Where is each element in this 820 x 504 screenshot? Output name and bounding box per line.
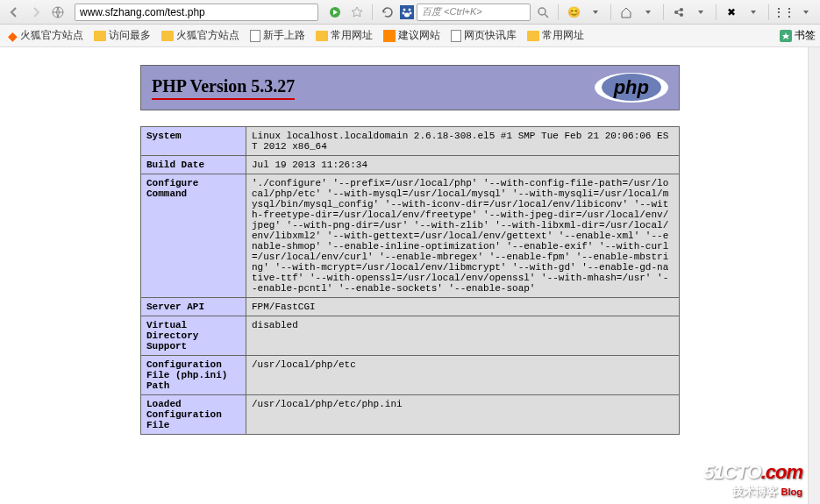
svg-rect-2 [400, 5, 414, 19]
separator [372, 4, 373, 20]
grip-icon[interactable]: ⋮⋮ [774, 4, 794, 21]
folder-icon [316, 31, 328, 41]
folder-icon [94, 31, 106, 41]
search-button[interactable] [533, 4, 553, 21]
svg-point-8 [538, 8, 545, 15]
page-icon [451, 30, 461, 42]
dropdown-icon[interactable] [586, 4, 605, 21]
php-logo: php [595, 73, 668, 103]
emoji-icon[interactable]: 😊 [564, 4, 583, 21]
star-icon[interactable] [347, 4, 367, 21]
svg-point-4 [409, 8, 411, 11]
svg-point-3 [403, 8, 406, 11]
dropdown-icon[interactable] [638, 4, 658, 21]
page-icon [250, 30, 260, 42]
svg-point-7 [404, 12, 410, 17]
bookmark-item[interactable]: 新手上路 [246, 26, 309, 45]
bookmark-item[interactable]: 常用网址 [312, 26, 376, 45]
home-button[interactable] [617, 4, 636, 21]
bookmark-item[interactable]: 火狐官方站点 [158, 26, 243, 45]
separator [663, 4, 664, 20]
bookmark-bar: ◆火狐官方站点 访问最多 火狐官方站点 新手上路 常用网址 建议网站 网页快讯库… [0, 25, 820, 47]
php-info-table: SystemLinux localhost.localdomain 2.6.18… [140, 126, 680, 435]
php-version-title: PHP Version 5.3.27 [152, 76, 295, 100]
bookmark-star-icon [780, 30, 792, 42]
folder-icon [161, 31, 174, 41]
separator [558, 4, 559, 20]
php-header: PHP Version 5.3.27 php [140, 65, 680, 110]
orange-icon [383, 30, 396, 42]
back-button[interactable] [4, 4, 24, 21]
navigation-bar: 百度 <Ctrl+K> 😊 ✖ ⋮⋮ [0, 0, 820, 25]
table-row: SystemLinux localhost.localdomain 2.6.18… [141, 127, 680, 156]
bookmarks-menu[interactable]: 书签 [780, 28, 816, 43]
url-input[interactable] [75, 4, 318, 21]
fire-icon: ◆ [8, 29, 18, 43]
forward-button[interactable] [26, 4, 46, 21]
separator [610, 4, 611, 20]
baidu-icon [400, 5, 414, 19]
x-icon[interactable]: ✖ [722, 4, 741, 21]
table-row: Loaded Configuration File/usr/local/php/… [141, 395, 680, 435]
table-row: Build DateJul 19 2013 11:26:34 [141, 156, 680, 174]
svg-point-6 [410, 11, 412, 14]
dropdown-icon[interactable] [796, 4, 816, 21]
dropdown-icon[interactable] [691, 4, 710, 21]
go-button[interactable] [325, 4, 345, 21]
svg-point-5 [403, 11, 405, 14]
table-row: Virtual Directory Supportdisabled [141, 316, 680, 356]
dropdown-icon[interactable] [744, 4, 763, 21]
table-row: Configuration File (php.ini) Path/usr/lo… [141, 356, 680, 395]
table-row: Configure Command'./configure' '--prefix… [141, 174, 680, 298]
globe-icon [48, 4, 68, 21]
reload-button[interactable] [378, 4, 397, 21]
share-icon[interactable] [669, 4, 688, 21]
page-content: PHP Version 5.3.27 php SystemLinux local… [0, 47, 820, 504]
bookmark-item[interactable]: ◆火狐官方站点 [4, 26, 87, 45]
separator [768, 4, 769, 20]
bookmark-item[interactable]: 访问最多 [90, 26, 154, 45]
search-input[interactable]: 百度 <Ctrl+K> [417, 4, 531, 21]
folder-icon [527, 31, 539, 41]
table-row: Server APIFPM/FastCGI [141, 298, 680, 316]
bookmark-item[interactable]: 常用网址 [524, 26, 588, 45]
separator [716, 4, 717, 20]
bookmark-item[interactable]: 建议网站 [380, 26, 444, 45]
bookmark-item[interactable]: 网页快讯库 [447, 26, 520, 45]
